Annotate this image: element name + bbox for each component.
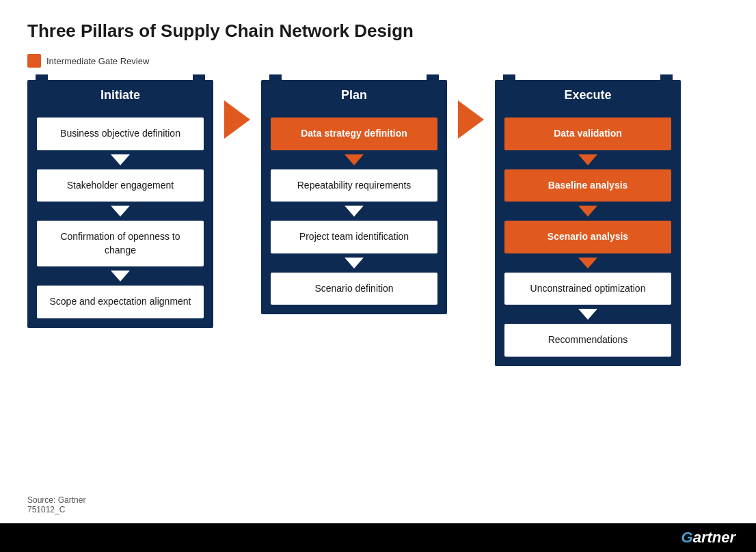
arrow-down-icon xyxy=(578,206,597,217)
pillar-initiate: Initiate Business objective definition S… xyxy=(27,80,213,328)
pillar-header-plan: Plan xyxy=(261,80,447,111)
arrow-right-2 xyxy=(458,100,484,139)
arrow-down-icon xyxy=(345,258,364,268)
plan-card-3: Scenario definition xyxy=(271,273,437,305)
legend: Intermediate Gate Review xyxy=(27,54,729,68)
arrow-down-icon xyxy=(578,154,597,165)
initiate-card-0: Business objective definition xyxy=(37,118,204,150)
arrow-spacer xyxy=(504,305,671,324)
arrow-spacer xyxy=(504,202,671,221)
plan-card-2: Project team identification xyxy=(271,221,437,253)
initiate-card-1: Stakeholder engagement xyxy=(37,169,204,202)
plan-card-1: Repeatability requirements xyxy=(271,169,437,202)
arrow-down-icon xyxy=(111,154,130,165)
arrow-spacer xyxy=(37,266,204,286)
execute-card-0: Data validation xyxy=(504,118,671,150)
source-text: Source: Gartner xyxy=(27,495,85,505)
pillar-body-plan: Data strategy definition Repeatability r… xyxy=(261,111,447,314)
arrow-down-icon xyxy=(578,258,597,268)
pillar-body-initiate: Business objective definition Stakeholde… xyxy=(27,111,213,328)
arrow-down-icon xyxy=(345,154,364,165)
pillar-execute: Execute Data validation Baseline analysi… xyxy=(495,80,681,366)
pillar-header-execute: Execute xyxy=(495,80,681,111)
execute-card-4: Recommendations xyxy=(504,324,671,357)
legend-label: Intermediate Gate Review xyxy=(46,56,149,66)
execute-card-1: Baseline analysis xyxy=(504,169,671,202)
page-title: Three Pillars of Supply Chain Network De… xyxy=(27,20,729,42)
pillars-row: Initiate Business objective definition S… xyxy=(27,80,729,366)
arrow-spacer xyxy=(37,202,204,221)
arrow-down-icon xyxy=(111,206,130,217)
arrow-right-1 xyxy=(224,100,250,139)
initiate-card-2: Confirmation of openness to change xyxy=(37,221,204,266)
code-text: 751012_C xyxy=(27,505,85,514)
pillar-body-execute: Data validation Baseline analysis Scenar… xyxy=(495,111,681,366)
page-container: Three Pillars of Supply Chain Network De… xyxy=(0,0,756,552)
arrow-spacer xyxy=(271,253,437,273)
arrow-down-icon xyxy=(111,271,130,281)
footer: Source: Gartner 751012_C xyxy=(27,495,85,514)
pillar-wrap-execute: Execute Data validation Baseline analysi… xyxy=(495,80,681,366)
arrow-spacer xyxy=(504,253,671,273)
plan-card-0: Data strategy definition xyxy=(271,118,437,150)
arrow-down-icon xyxy=(578,309,597,320)
arrow-spacer xyxy=(37,150,204,169)
legend-icon xyxy=(27,54,41,68)
pillar-wrap-initiate: Initiate Business objective definition S… xyxy=(27,80,213,328)
arrow-spacer xyxy=(271,150,437,169)
pillar-header-initiate: Initiate xyxy=(27,80,213,111)
gartner-logo-bar: Gartner xyxy=(0,523,756,552)
arrow-spacer xyxy=(504,150,671,169)
gartner-brand: Gartner xyxy=(681,529,735,547)
initiate-card-3: Scope and expectation alignment xyxy=(37,286,204,318)
execute-card-3: Unconstrained optimization xyxy=(504,273,671,305)
pillar-wrap-plan: Plan Data strategy definition Repeatabil… xyxy=(261,80,447,314)
arrow-spacer xyxy=(271,202,437,221)
pillar-plan: Plan Data strategy definition Repeatabil… xyxy=(261,80,447,314)
execute-card-2: Scenario analysis xyxy=(504,221,671,253)
arrow-down-icon xyxy=(345,206,364,217)
